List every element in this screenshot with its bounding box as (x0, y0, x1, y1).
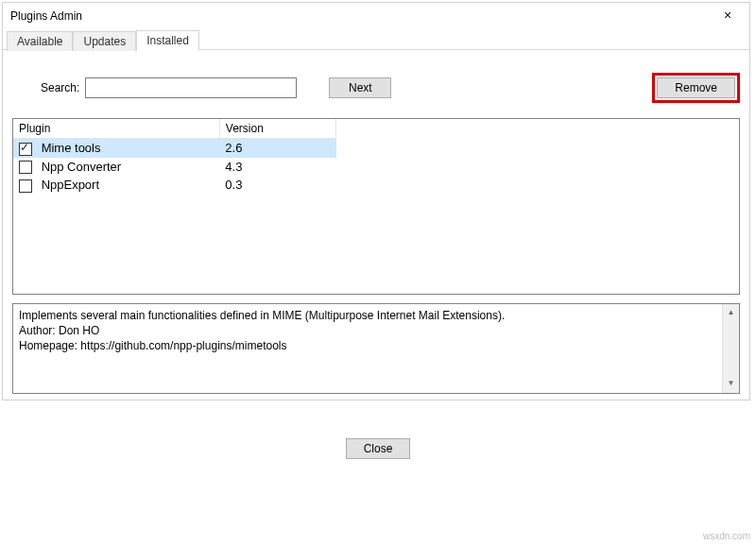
content-area: Search: Next Remove Plugin Version (3, 50, 749, 400)
scroll-down-icon[interactable]: ▼ (724, 377, 738, 391)
checkbox-icon[interactable] (19, 143, 32, 156)
search-row: Search: Next Remove (12, 60, 740, 118)
scrollbar[interactable]: ▲ ▼ (722, 304, 739, 393)
remove-highlight: Remove (652, 73, 740, 103)
scroll-up-icon[interactable]: ▲ (724, 306, 738, 320)
col-header-version[interactable]: Version (219, 119, 335, 139)
table-row[interactable]: Mime tools 2.6 (13, 139, 336, 158)
table-row[interactable]: NppExport 0.3 (13, 176, 336, 195)
remove-button[interactable]: Remove (657, 77, 735, 98)
plugin-version: 0.3 (219, 176, 335, 195)
search-input[interactable] (85, 77, 297, 98)
plugin-table-container: Plugin Version Mime tools 2.6 (12, 118, 740, 295)
close-icon[interactable]: × (712, 7, 744, 26)
titlebar: Plugins Admin × (3, 3, 749, 29)
description-text: Implements several main functionalities … (13, 304, 722, 393)
plugin-version: 2.6 (219, 139, 335, 158)
plugin-name: Npp Converter (42, 160, 122, 174)
search-label: Search: (41, 81, 79, 94)
plugin-name: Mime tools (42, 141, 101, 155)
tab-available[interactable]: Available (7, 31, 73, 51)
bottom-bar: Close (0, 402, 756, 463)
next-button[interactable]: Next (329, 77, 391, 98)
description-box: Implements several main functionalities … (12, 303, 740, 394)
plugin-table: Plugin Version Mime tools 2.6 (13, 119, 336, 195)
checkbox-icon[interactable] (19, 161, 32, 174)
tab-installed[interactable]: Installed (136, 30, 199, 51)
window-title: Plugins Admin (10, 9, 712, 23)
plugin-version: 4.3 (219, 158, 335, 177)
watermark: wsxdn.com (703, 531, 750, 541)
tabs-row: Available Updates Installed (3, 29, 749, 50)
close-button[interactable]: Close (346, 438, 411, 459)
table-row[interactable]: Npp Converter 4.3 (13, 158, 336, 177)
plugin-name: NppExport (42, 178, 99, 192)
col-header-plugin[interactable]: Plugin (13, 119, 219, 139)
plugins-admin-dialog: Plugins Admin × Available Updates Instal… (2, 2, 750, 400)
tab-updates[interactable]: Updates (73, 31, 136, 51)
checkbox-icon[interactable] (19, 179, 32, 193)
